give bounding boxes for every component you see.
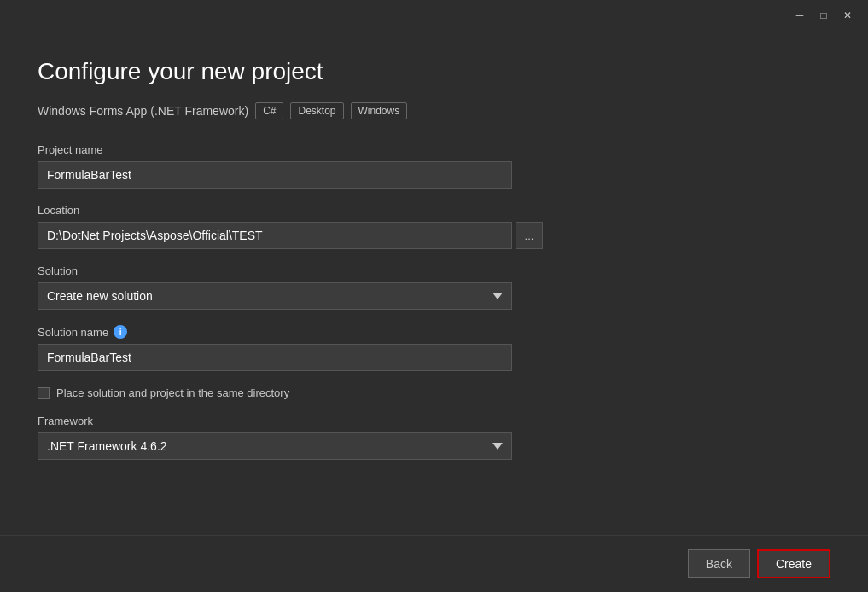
title-bar-buttons: ─ □ ✕ [789,5,858,26]
browse-button[interactable]: ... [516,222,543,249]
solution-name-input[interactable] [38,344,512,371]
close-button[interactable]: ✕ [837,5,858,26]
same-directory-checkbox[interactable] [38,387,50,399]
location-label: Location [38,204,830,217]
badge-csharp: C# [255,102,283,119]
solution-select[interactable]: Create new solution Add to solution [38,282,512,310]
window: ─ □ ✕ Configure your new project Windows… [0,0,868,592]
location-row: ... [38,222,830,249]
project-name-group: Project name [38,143,830,189]
title-bar: ─ □ ✕ [0,0,868,31]
solution-label: Solution [38,264,830,277]
solution-name-label: Solution name i [38,325,830,339]
framework-group: Framework .NET Framework 4.6.2 .NET Fram… [38,415,830,460]
back-button[interactable]: Back [688,549,750,578]
project-name-input[interactable] [38,161,512,189]
footer: Back Create [0,535,868,592]
badge-windows: Windows [351,102,408,119]
solution-name-info-icon[interactable]: i [114,325,127,339]
same-directory-row: Place solution and project in the same d… [38,386,830,399]
maximize-button[interactable]: □ [813,5,834,26]
framework-label: Framework [38,415,830,427]
solution-group: Solution Create new solution Add to solu… [38,264,830,310]
same-directory-label[interactable]: Place solution and project in the same d… [56,386,289,399]
subtitle-row: Windows Forms App (.NET Framework) C# De… [38,102,830,119]
project-type-label: Windows Forms App (.NET Framework) [38,104,248,118]
minimize-button[interactable]: ─ [789,5,810,26]
badge-desktop: Desktop [290,102,343,119]
project-name-label: Project name [38,143,830,156]
solution-name-group: Solution name i [38,325,830,371]
framework-select[interactable]: .NET Framework 4.6.2 .NET Framework 4.7.… [38,432,512,460]
location-group: Location ... [38,204,830,249]
create-button[interactable]: Create [757,549,830,578]
main-content: Configure your new project Windows Forms… [0,31,868,535]
page-title: Configure your new project [38,58,830,85]
location-input[interactable] [38,222,512,249]
